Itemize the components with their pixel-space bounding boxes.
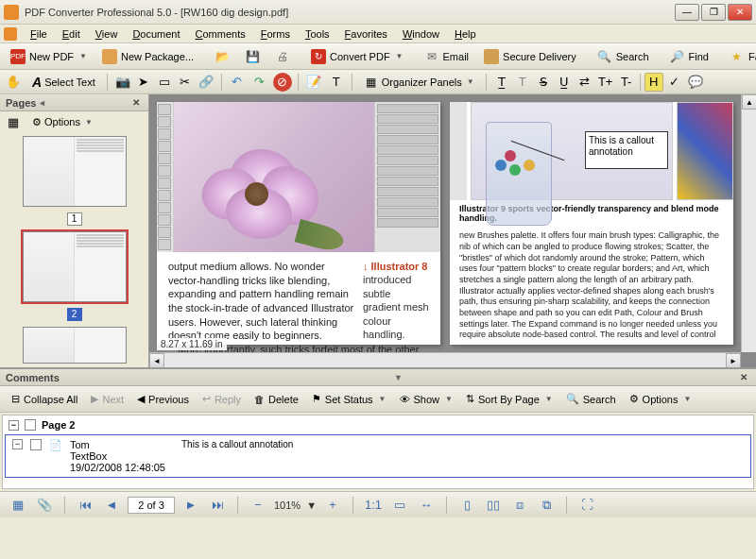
thumbnail-2[interactable] <box>23 231 127 302</box>
comments-search-button[interactable]: 🔍Search <box>560 391 622 407</box>
menu-document[interactable]: Document <box>125 26 187 42</box>
thumbnail-1[interactable] <box>23 136 127 207</box>
snapshot-button[interactable]: 📷 <box>113 73 132 92</box>
close-button[interactable]: ✕ <box>728 4 752 21</box>
new-package-label: New Package... <box>121 51 194 62</box>
last-page-button[interactable]: ⏭ <box>207 495 228 516</box>
zoom-dropdown[interactable]: ▼ <box>306 500 317 511</box>
select-text-button[interactable]: ASelect Text <box>26 73 101 92</box>
pages-close-button[interactable]: ✕ <box>129 96 143 110</box>
stop-button[interactable]: ⊘ <box>273 73 292 92</box>
undo-button[interactable]: ↶ <box>228 73 247 92</box>
touchup-button[interactable]: T̲ <box>492 73 511 92</box>
hand-tool-button[interactable]: ✋ <box>4 73 23 92</box>
replace-text-button[interactable]: ⇄ <box>576 73 594 92</box>
document-page-right[interactable]: This is a callout annotation Illustrator… <box>450 102 733 345</box>
comment-expand-toggle[interactable]: − <box>12 439 23 449</box>
callout-annotation[interactable]: This is a callout annotation <box>585 131 668 169</box>
menu-tools[interactable]: Tools <box>298 26 337 42</box>
delete-text-button[interactable]: T- <box>617 73 636 92</box>
stamp-button[interactable]: ✓ <box>665 73 684 92</box>
next-page-button[interactable]: ► <box>180 495 201 516</box>
favorites-button[interactable]: ★Favorites▼ <box>723 46 756 67</box>
pages-collapse-button[interactable]: ◄ <box>36 97 47 109</box>
comment-checkbox[interactable] <box>30 439 42 450</box>
thumbnail-2-number: 2 <box>67 308 82 321</box>
show-button[interactable]: 👁Show▼ <box>394 392 458 407</box>
callout-button[interactable]: 💬 <box>686 73 705 92</box>
new-pdf-button[interactable]: PDFNew PDF▼ <box>4 46 94 67</box>
horizontal-scrollbar[interactable]: ◄► <box>149 352 741 367</box>
vertical-scrollbar[interactable]: ▲ <box>741 94 756 352</box>
page-checkbox[interactable] <box>25 419 36 431</box>
fit-width-button[interactable]: ↔ <box>416 495 437 516</box>
zoom-out-button[interactable]: − <box>248 495 268 516</box>
comment-entry[interactable]: − 📄 Tom TextBox 19/02/2008 12:48:05 This… <box>5 434 751 478</box>
thumbnail-3[interactable] <box>23 327 127 364</box>
link-button[interactable]: 🔗 <box>197 73 215 92</box>
menu-edit[interactable]: Edit <box>55 26 88 42</box>
attachments-button[interactable]: 📎 <box>34 495 55 516</box>
page-expand-toggle[interactable]: − <box>9 420 19 431</box>
minimize-button[interactable]: ― <box>675 4 699 21</box>
crop-button[interactable]: ✂ <box>176 73 195 92</box>
sort-button[interactable]: ⇅Sort By Page▼ <box>460 391 558 407</box>
find-label: Find <box>689 51 709 62</box>
pointer-button[interactable]: ➤ <box>134 73 153 92</box>
menu-view[interactable]: View <box>88 26 126 42</box>
note-button[interactable]: 📝 <box>304 73 323 92</box>
collapse-all-button[interactable]: ⊟Collapse All <box>6 391 83 407</box>
zoom-in-button[interactable]: + <box>322 495 343 516</box>
menu-help[interactable]: Help <box>447 26 484 42</box>
comments-collapse-chevron[interactable]: ▼ <box>392 372 404 383</box>
print-button[interactable]: 🖨 <box>268 46 297 67</box>
strikethrough-button[interactable]: S̶ <box>534 73 553 92</box>
redo-button[interactable]: ↷ <box>250 73 269 92</box>
actual-size-button[interactable]: 1:1 <box>363 495 384 516</box>
organizer-panels-button[interactable]: ▦Organizer Panels▼ <box>358 73 480 92</box>
save-button[interactable]: 💾 <box>238 46 266 67</box>
app-icon <box>4 5 19 20</box>
fullscreen-button[interactable]: ⛶ <box>576 495 597 516</box>
pages-options-button[interactable]: ⚙Options▼ <box>26 114 98 130</box>
underline-button[interactable]: U̲ <box>555 73 574 92</box>
menu-file[interactable]: File <box>23 26 55 42</box>
search-button[interactable]: 🔍Search <box>591 46 656 67</box>
continuous-facing-button[interactable]: ⧉ <box>536 495 557 516</box>
open-button[interactable]: 📂 <box>208 46 236 67</box>
document-page-left[interactable]: ↓ Illustrator 8 introduced subtle gradie… <box>157 102 440 345</box>
fit-page-button[interactable]: ▭ <box>389 495 410 516</box>
secure-delivery-button[interactable]: Secure Delivery <box>477 46 583 67</box>
facing-button[interactable]: ⧈ <box>509 495 530 516</box>
prev-comment-button[interactable]: ◀Previous <box>131 391 195 407</box>
continuous-button[interactable]: ▯▯ <box>483 495 504 516</box>
delete-comment-button[interactable]: 🗑Delete <box>249 392 304 407</box>
next-comment-button[interactable]: ▶Next <box>85 391 129 407</box>
pages-grid-button[interactable]: ▦ <box>4 112 23 131</box>
prev-page-button[interactable]: ◄ <box>101 495 122 516</box>
menu-window[interactable]: Window <box>395 26 447 42</box>
textbox-button[interactable]: T <box>327 73 346 92</box>
menu-comments[interactable]: Comments <box>188 26 253 42</box>
select-text-label: Select Text <box>44 76 95 88</box>
single-page-button[interactable]: ▯ <box>456 495 477 516</box>
maximize-button[interactable]: ❐ <box>701 4 726 21</box>
highlight-tool-button[interactable]: H <box>644 73 663 92</box>
first-page-button[interactable]: ⏮ <box>75 495 95 516</box>
menu-forms[interactable]: Forms <box>253 26 298 42</box>
select-area-button[interactable]: ▭ <box>155 73 174 92</box>
find-button[interactable]: 🔎Find <box>663 46 715 67</box>
pages-thumbnail-button[interactable]: ▦ <box>8 495 28 516</box>
page-number-input[interactable] <box>128 497 175 514</box>
reply-button[interactable]: ↩Reply <box>197 391 247 407</box>
convert-pdf-button[interactable]: ↻Convert PDF▼ <box>304 46 410 67</box>
email-button[interactable]: ✉Email <box>418 46 476 67</box>
set-status-button[interactable]: ⚑Set Status▼ <box>306 391 392 407</box>
highlight-button[interactable]: T <box>513 73 532 92</box>
comments-close-button[interactable]: ✕ <box>737 371 750 384</box>
sort-label: Sort By Page <box>478 394 540 405</box>
menu-favorites[interactable]: Favorites <box>337 26 395 42</box>
new-package-button[interactable]: New Package... <box>95 46 200 67</box>
comments-options-button[interactable]: ⚙Options▼ <box>624 391 697 407</box>
insert-text-button[interactable]: T+ <box>596 73 615 92</box>
